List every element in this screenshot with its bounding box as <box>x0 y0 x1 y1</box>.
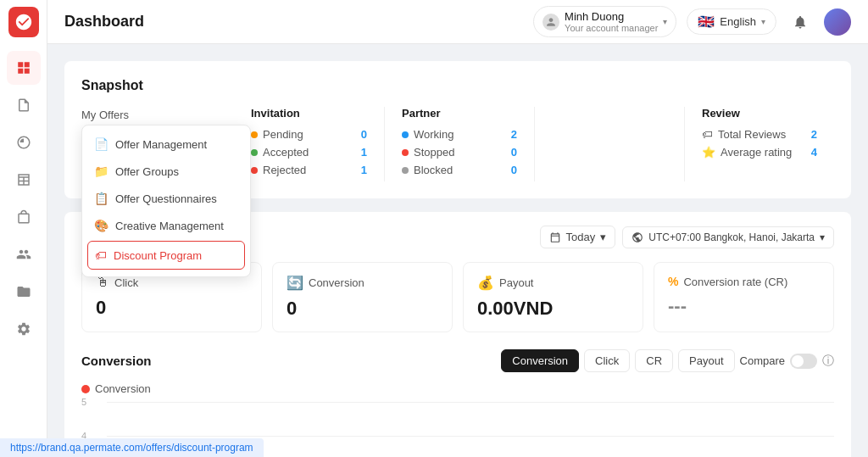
sidebar <box>0 0 47 457</box>
chart-grid-line-5 <box>107 402 834 403</box>
stats-grid: Invitation Pending 0 Accepted 1 <box>234 107 834 181</box>
conversion-icon: 🔄 <box>287 275 303 291</box>
chart-legend-dot <box>81 385 90 393</box>
sidebar-item-table[interactable] <box>7 163 41 197</box>
discount-program-icon: 🏷 <box>95 248 107 262</box>
url-bar: https://brand.qa.permate.com/offers/disc… <box>0 438 264 457</box>
offer-management-icon: 📄 <box>94 137 108 151</box>
account-icon <box>542 14 559 31</box>
chart-btn-click[interactable]: Click <box>584 349 630 372</box>
invitation-rejected-row: Rejected 1 <box>251 164 367 176</box>
bag-icon <box>16 209 31 225</box>
info-icon[interactable]: ⓘ <box>822 354 834 369</box>
review-total-value: 2 <box>811 128 817 141</box>
chart-btn-cr[interactable]: CR <box>635 349 673 372</box>
metric-cr: % Conversion rate (CR) --- <box>654 262 834 332</box>
language-label: English <box>720 15 756 28</box>
review-rating-label: ⭐ Average rating <box>702 146 792 159</box>
globe-icon <box>632 231 643 243</box>
chart-controls: Conversion Click CR Payout Compare ⓘ <box>501 349 834 372</box>
logo[interactable] <box>8 7 39 37</box>
timezone-chevron-icon: ▾ <box>820 231 825 243</box>
invitation-rejected-value: 1 <box>361 164 367 176</box>
invitation-pending-value: 0 <box>361 128 367 141</box>
accepted-dot <box>251 149 258 156</box>
invitation-section: Invitation Pending 0 Accepted 1 <box>234 107 384 181</box>
menu-item-discount-program-label: Discount Program <box>114 249 202 262</box>
sidebar-item-files[interactable] <box>7 275 41 309</box>
menu-item-offer-groups[interactable]: 📁 Offer Groups <box>82 158 250 185</box>
my-offers-menu-container: My Offers 📄 Offer Management 📁 Offer Gro… <box>81 109 251 277</box>
working-dot <box>402 131 409 138</box>
sidebar-item-settings[interactable] <box>7 312 41 346</box>
avatar[interactable] <box>824 8 851 36</box>
metric-cr-value: --- <box>668 295 820 317</box>
grid-icon <box>16 60 31 75</box>
chart-circle-icon <box>16 135 31 150</box>
invitation-rejected-label: Rejected <box>251 164 306 176</box>
payout-icon: 💰 <box>477 275 494 291</box>
compare-toggle[interactable] <box>790 354 817 369</box>
review-total-label: 🏷 Total Reviews <box>702 128 786 141</box>
sidebar-item-document[interactable] <box>7 88 41 122</box>
language-selector[interactable]: 🇬🇧 English ▾ <box>687 8 776 35</box>
sidebar-item-offers[interactable] <box>7 200 41 234</box>
language-chevron-icon: ▾ <box>761 17 765 26</box>
document-icon <box>16 98 31 113</box>
account-role: Your account manager <box>565 23 658 33</box>
metric-payout-value: 0.00VND <box>477 298 629 320</box>
invitation-title: Invitation <box>251 107 367 120</box>
calendar-icon <box>549 231 561 243</box>
snapshot-card: Snapshot My Offers 📄 Offer Management 📁 … <box>64 61 851 198</box>
partner-working-value: 2 <box>511 128 517 141</box>
partner-working-label: Working <box>402 128 453 141</box>
metric-conversion-value: 0 <box>287 298 438 320</box>
menu-item-offer-groups-label: Offer Groups <box>115 165 179 178</box>
pending-dot <box>251 131 258 138</box>
partner-blocked-row: Blocked 0 <box>402 164 517 176</box>
account-selector[interactable]: Minh Duong Your account manager ▾ <box>533 6 676 37</box>
menu-item-discount-program[interactable]: 🏷 Discount Program <box>87 241 245 270</box>
users-icon <box>16 247 31 262</box>
offer-questionnaires-icon: 📋 <box>94 192 108 205</box>
metric-cr-label: % Conversion rate (CR) <box>668 275 820 288</box>
sidebar-item-users[interactable] <box>7 237 41 271</box>
partner-stopped-label: Stopped <box>402 146 454 159</box>
partner-stopped-value: 0 <box>511 146 517 159</box>
folder-icon <box>16 284 31 299</box>
menu-item-offer-questionnaires[interactable]: 📋 Offer Questionnaires <box>82 185 250 212</box>
chart-legend-label: Conversion <box>95 382 151 395</box>
empty-section <box>534 107 684 181</box>
metric-click-value: 0 <box>96 297 248 319</box>
menu-item-creative-management[interactable]: 🎨 Creative Management <box>82 212 250 239</box>
timezone-selector[interactable]: UTC+07:00 Bangkok, Hanoi, Jakarta ▾ <box>622 226 834 248</box>
chart-btn-conversion[interactable]: Conversion <box>501 349 579 372</box>
menu-item-offer-questionnaires-label: Offer Questionnaires <box>115 192 217 205</box>
notification-button[interactable] <box>787 8 814 36</box>
account-name: Minh Duong <box>565 10 658 23</box>
date-selector[interactable]: Today ▾ <box>540 226 616 248</box>
compare-label: Compare <box>740 354 785 367</box>
gear-icon <box>16 321 31 337</box>
star-icon: ⭐ <box>702 146 715 159</box>
chart-legend: Conversion <box>81 382 834 395</box>
my-offers-label[interactable]: My Offers <box>81 109 251 121</box>
snapshot-title: Snapshot <box>81 78 834 93</box>
menu-item-offer-management[interactable]: 📄 Offer Management <box>82 131 250 158</box>
sidebar-item-dashboard[interactable] <box>7 51 41 85</box>
sidebar-item-analytics[interactable] <box>7 125 41 159</box>
invitation-pending-row: Pending 0 <box>251 128 367 141</box>
partner-title: Partner <box>402 107 517 120</box>
offers-dropdown-menu: 📄 Offer Management 📁 Offer Groups 📋 Offe… <box>81 125 251 277</box>
menu-item-creative-management-label: Creative Management <box>115 220 224 232</box>
metric-payout: 💰 Payout 0.00VND <box>463 262 643 332</box>
metric-payout-label: 💰 Payout <box>477 275 629 291</box>
invitation-accepted-row: Accepted 1 <box>251 146 367 159</box>
partner-working-row: Working 2 <box>402 128 517 141</box>
chart-btn-payout[interactable]: Payout <box>678 349 734 372</box>
page-title: Dashboard <box>64 13 523 31</box>
review-rating-value: 4 <box>811 146 817 159</box>
review-rating-row: ⭐ Average rating 4 <box>702 146 817 159</box>
chart-title: Conversion <box>81 354 152 368</box>
cr-icon: % <box>668 275 678 288</box>
